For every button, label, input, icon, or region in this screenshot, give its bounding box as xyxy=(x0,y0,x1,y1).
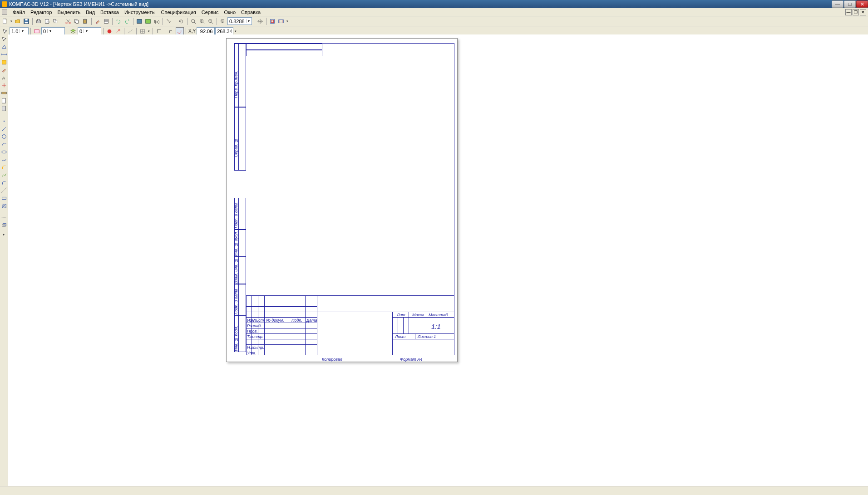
spline-tool-button[interactable] xyxy=(0,156,8,163)
coord-y-input[interactable] xyxy=(215,27,233,35)
grid-dropdown-arrow[interactable]: ▾ xyxy=(147,27,151,35)
expand-panel-arrow[interactable]: ▸ xyxy=(3,233,5,236)
rectangle-tool-button[interactable] xyxy=(0,195,8,202)
zoom-value-dropdown[interactable]: 0.8288 ▾ xyxy=(227,17,252,25)
minimize-button[interactable]: — xyxy=(832,0,843,8)
manager-libraries-button[interactable] xyxy=(135,17,143,25)
fillet-tool-button[interactable] xyxy=(0,164,8,171)
arc-tool-button[interactable] xyxy=(0,141,8,148)
menu-select[interactable]: Выделить xyxy=(54,9,83,15)
close-button[interactable]: ✕ xyxy=(856,0,868,8)
selection-tool-button[interactable] xyxy=(0,35,8,43)
measure-panel-button[interactable] xyxy=(0,89,8,97)
snap-button[interactable] xyxy=(176,27,184,35)
dimensions-panel-button[interactable] xyxy=(0,51,8,58)
zoom-scale-button[interactable]: 1 xyxy=(219,17,227,25)
menu-spec[interactable]: Спецификация xyxy=(158,9,199,15)
polyline-tool-button[interactable] xyxy=(0,172,8,179)
open-button[interactable] xyxy=(14,17,22,25)
maximize-button[interactable]: □ xyxy=(844,0,856,8)
menu-help[interactable]: Справка xyxy=(238,9,263,15)
text-panel-button[interactable]: A xyxy=(0,74,8,81)
style-dropdown[interactable]: 0 ▾ xyxy=(41,27,65,35)
document-manager-button[interactable] xyxy=(52,17,60,25)
variables-button[interactable] xyxy=(144,17,152,25)
menu-editor[interactable]: Редактор xyxy=(28,9,54,15)
new-button[interactable] xyxy=(1,17,9,25)
format-painter-button[interactable] xyxy=(94,17,102,25)
mdi-minimize-button[interactable]: — xyxy=(845,9,852,15)
properties-button[interactable] xyxy=(102,17,110,25)
zoom-out-button[interactable] xyxy=(207,17,215,25)
menu-window[interactable]: Окно xyxy=(221,9,238,15)
layer-dropdown[interactable]: 0 ▾ xyxy=(78,27,101,35)
copy-button[interactable] xyxy=(73,17,81,25)
grid-button[interactable] xyxy=(138,27,147,35)
step-dropdown[interactable]: 1.0 ▾ xyxy=(10,27,29,35)
save-button[interactable] xyxy=(22,17,30,25)
svg-text:1: 1 xyxy=(222,19,223,22)
ellipse-tool-button[interactable] xyxy=(0,148,8,156)
fx-button[interactable]: f(x) xyxy=(153,17,161,25)
step-value: 1.0 xyxy=(10,29,20,34)
point-tool-button[interactable] xyxy=(0,118,8,125)
view-dropdown-arrow[interactable]: ▾ xyxy=(286,17,289,25)
layers-button[interactable] xyxy=(69,27,77,35)
editing-panel-button[interactable] xyxy=(0,66,8,74)
states-button[interactable] xyxy=(33,27,41,35)
whatsthis-button[interactable]: ? xyxy=(165,17,173,25)
line-tool-button[interactable] xyxy=(0,125,8,132)
menu-service[interactable]: Сервис xyxy=(199,9,222,15)
geometry-panel-button[interactable] xyxy=(0,43,8,50)
mdi-close-button[interactable]: ✕ xyxy=(860,9,866,15)
stop-button[interactable] xyxy=(105,27,113,35)
zoom-fit-button[interactable] xyxy=(277,17,285,25)
style-line-button[interactable] xyxy=(126,27,134,35)
coord-dropdown-arrow[interactable]: ▾ xyxy=(234,27,237,35)
chamfer-tool-button[interactable] xyxy=(0,179,8,186)
coord-x-input[interactable] xyxy=(197,27,215,35)
zoom-all-button[interactable] xyxy=(268,17,276,25)
reports-panel-button[interactable] xyxy=(0,105,8,112)
zoom-window-button[interactable] xyxy=(189,17,197,25)
tb-sheet: Лист xyxy=(395,334,405,339)
print-button[interactable] xyxy=(35,17,43,25)
zoom-in-button[interactable] xyxy=(198,17,206,25)
menu-view[interactable]: Вид xyxy=(83,9,98,15)
cut-button[interactable] xyxy=(64,17,72,25)
round-button[interactable] xyxy=(114,27,122,35)
ortho-button[interactable] xyxy=(167,27,175,35)
new-dropdown[interactable]: ▾ xyxy=(10,17,13,25)
menu-file[interactable]: Файл xyxy=(10,9,28,15)
mdi-restore-button[interactable]: ❐ xyxy=(853,9,859,15)
infinite-line-tool-button[interactable] xyxy=(0,187,8,194)
aux-line-tool-button[interactable] xyxy=(0,214,8,221)
mdi-document-icon[interactable] xyxy=(2,10,7,15)
undo-button[interactable] xyxy=(114,17,123,25)
svg-rect-13 xyxy=(76,20,78,23)
hatch-tool-button[interactable] xyxy=(0,202,8,210)
refresh-button[interactable] xyxy=(177,17,185,25)
svg-rect-5 xyxy=(37,19,39,21)
paste-button[interactable] xyxy=(81,17,89,25)
workspace[interactable]: Перв. примен. Справ. № Подп. и дата Инв.… xyxy=(8,34,868,486)
spec-panel-button[interactable] xyxy=(0,97,8,104)
menu-insert[interactable]: Вставка xyxy=(98,9,122,15)
symbols-panel-button[interactable] xyxy=(0,59,8,66)
svg-point-23 xyxy=(192,19,195,22)
standard-toolbar: ▾ f(x) ? 1 0.8288 ▾ ▾ xyxy=(0,16,868,26)
preview-button[interactable] xyxy=(43,17,51,25)
tb-col-massa: Масса xyxy=(412,313,424,317)
step-cursor-button[interactable] xyxy=(1,27,9,35)
svg-line-24 xyxy=(194,22,196,24)
offset-tool-button[interactable] xyxy=(0,222,8,229)
local-system-button[interactable] xyxy=(155,27,163,35)
pan-button[interactable] xyxy=(256,17,264,25)
svg-rect-53 xyxy=(2,224,5,226)
params-panel-button[interactable] xyxy=(0,82,8,89)
menu-tools[interactable]: Инструменты xyxy=(122,9,158,15)
svg-rect-44 xyxy=(2,106,5,111)
circle-tool-button[interactable] xyxy=(0,133,8,140)
side-label-vzam-inv: Взам. инв. № xyxy=(234,258,238,284)
redo-button[interactable] xyxy=(123,17,131,25)
